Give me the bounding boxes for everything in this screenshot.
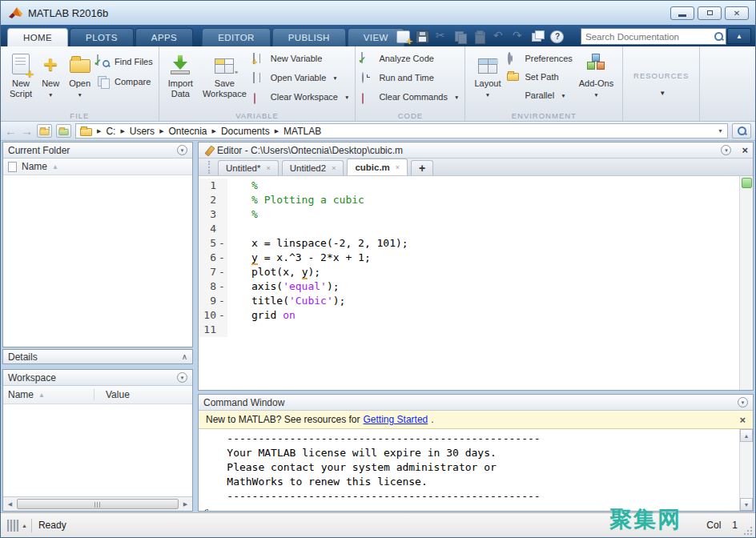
collapse-ribbon-button[interactable]: ▲ (727, 28, 751, 44)
find-files-button[interactable]: Find Files (97, 55, 153, 68)
code-line[interactable]: 5-x = linspace(-2, 2, 101); (199, 236, 739, 251)
tab-home[interactable]: HOME (7, 28, 68, 46)
restore-button[interactable] (698, 6, 722, 20)
help-icon[interactable] (550, 30, 564, 43)
tab-editor[interactable]: EDITOR (202, 28, 271, 46)
code-line[interactable]: 10-grid on (199, 308, 739, 323)
new-document-tab[interactable]: + (411, 160, 433, 175)
breadcrumb-item[interactable]: MATLAB (284, 126, 321, 137)
code-analyzer-indicator[interactable] (742, 178, 752, 188)
name-column-header[interactable]: Name (22, 161, 47, 172)
line-number: 7 (199, 265, 216, 279)
back-arrow-icon[interactable]: ← (5, 124, 17, 139)
tab-close-icon[interactable]: × (396, 163, 400, 171)
code-line[interactable]: 7-plot(x, y); (199, 265, 739, 279)
tab-publish[interactable]: PUBLISH (272, 28, 346, 46)
run-and-time-button[interactable]: Run and Time (361, 71, 459, 84)
editor-tab[interactable]: cubic.m× (347, 159, 408, 175)
new-file-icon[interactable] (396, 30, 410, 43)
resize-grip[interactable] (743, 525, 754, 536)
breadcrumb-item[interactable]: Ontecnia (169, 126, 207, 137)
save-workspace-button[interactable]: ▪ Save Workspace (199, 50, 250, 100)
browse-folder-button[interactable] (56, 124, 71, 138)
getting-started-link[interactable]: Getting Started (364, 414, 428, 425)
clear-commands-button[interactable]: Clear Commands ▼ (361, 90, 459, 103)
layout-button[interactable]: Layout ▼ (471, 50, 504, 101)
scroll-left-icon[interactable]: ◀ (5, 501, 15, 508)
tab-plots[interactable]: PLOTS (70, 28, 134, 46)
panel-menu-icon[interactable]: ▼ (721, 145, 731, 155)
code-line[interactable]: 1% (199, 179, 739, 193)
open-variable-button[interactable]: Open Variable ▼ (253, 71, 350, 84)
code-line[interactable]: 4 (199, 222, 739, 236)
search-folder-button[interactable] (732, 123, 751, 139)
code-line[interactable]: 8-axis('equal'); (199, 279, 739, 294)
windows-icon[interactable] (531, 30, 545, 43)
breadcrumb-item[interactable]: Users (130, 126, 155, 137)
matlab-window: MATLAB R2016b ✕ HOMEPLOTSAPPSEDITORPUBLI… (0, 0, 756, 538)
code-line[interactable]: 2% Plotting a cubic (199, 193, 739, 207)
parallel-button[interactable]: Parallel ▼ (507, 89, 572, 102)
tab-apps[interactable]: APPS (135, 28, 193, 46)
current-folder-list[interactable] (3, 175, 192, 347)
search-input[interactable] (581, 30, 714, 43)
code-line[interactable]: 6-y = x.^3 - 2*x + 1; (199, 251, 739, 265)
code-line[interactable]: 9-title('Cubic'); (199, 294, 739, 308)
chevron-up-icon[interactable]: ∧ (182, 352, 187, 361)
editor-tab[interactable]: Untitled2× (282, 160, 344, 175)
code-area[interactable]: 1%2% Plotting a cubic3%45-x = linspace(-… (199, 176, 753, 390)
new-script-button[interactable]: New Script (6, 50, 35, 100)
compare-button[interactable]: Compare (97, 75, 153, 88)
open-button[interactable]: Open ▼ (66, 50, 94, 101)
forward-arrow-icon[interactable]: → (21, 124, 33, 139)
ribbon-section-resources[interactable]: RESOURCES ▼ (623, 46, 700, 121)
command-prompt[interactable]: >> (224, 507, 237, 511)
code-line[interactable]: 3% (199, 207, 739, 222)
up-one-level-button[interactable]: ↑ (37, 124, 52, 138)
scroll-right-icon[interactable]: ▶ (180, 501, 191, 508)
breadcrumb-item[interactable]: Documents (221, 126, 270, 137)
horizontal-scrollbar[interactable]: ◀ ▶ (3, 496, 192, 511)
banner-close-icon[interactable]: × (739, 414, 746, 426)
analyze-code-button[interactable]: Analyze Code (361, 52, 459, 65)
parallel-pool-icon[interactable] (7, 520, 19, 532)
command-window-output[interactable]: ----------------------------------------… (199, 429, 739, 511)
close-button[interactable]: ✕ (725, 6, 749, 20)
fx-button[interactable]: fx (202, 507, 211, 511)
command-window-scrollbar[interactable]: ▲ ▼ (739, 429, 753, 511)
new-button[interactable]: + New ▼ (38, 50, 62, 101)
breadcrumb-separator-icon: ▶ (159, 128, 163, 134)
minimize-button[interactable] (670, 6, 694, 20)
scroll-down-icon[interactable]: ▼ (740, 498, 753, 511)
panel-menu-icon[interactable]: ▼ (738, 397, 748, 408)
tab-close-icon[interactable]: × (266, 164, 270, 172)
panel-menu-icon[interactable]: ▼ (177, 145, 187, 155)
panel-menu-icon[interactable]: ▼ (177, 372, 187, 383)
add-ons-button[interactable]: Add-Ons ▼ (576, 50, 617, 101)
workspace-name-header[interactable]: Name (8, 389, 34, 400)
workspace-value-header[interactable]: Value (99, 389, 130, 400)
line-gutter: 1 (199, 179, 227, 193)
tab-close-icon[interactable]: × (332, 164, 336, 172)
drag-handle[interactable] (208, 161, 211, 174)
breadcrumb-dropdown-icon[interactable]: ▼ (718, 128, 723, 134)
editor-scrollbar[interactable] (739, 176, 753, 390)
import-data-button[interactable]: Import Data (165, 50, 196, 100)
search-icon[interactable] (714, 31, 724, 42)
scrollbar-thumb[interactable] (17, 499, 179, 509)
close-icon[interactable]: × (742, 144, 748, 156)
dropdown-arrow-icon[interactable]: ▲ (22, 523, 27, 528)
scroll-up-icon[interactable]: ▲ (740, 429, 753, 442)
resources-expand-icon[interactable]: ▼ (659, 90, 666, 97)
code-line[interactable]: 11 (199, 323, 739, 337)
clear-workspace-button[interactable]: Clear Workspace ▼ (253, 90, 350, 103)
new-variable-button[interactable]: + New Variable (253, 52, 350, 65)
details-panel[interactable]: Details ∧ (2, 349, 193, 364)
editor-tab[interactable]: Untitled*× (218, 160, 279, 175)
set-path-button[interactable]: Set Path (507, 70, 572, 83)
breadcrumb-item[interactable]: C: (106, 126, 115, 137)
save-icon[interactable] (416, 30, 429, 43)
ribbon-section-environment: Layout ▼ Preferences Set Path Parallel ▼ (465, 46, 623, 121)
workspace-list[interactable] (3, 404, 192, 496)
preferences-button[interactable]: Preferences (507, 52, 572, 65)
